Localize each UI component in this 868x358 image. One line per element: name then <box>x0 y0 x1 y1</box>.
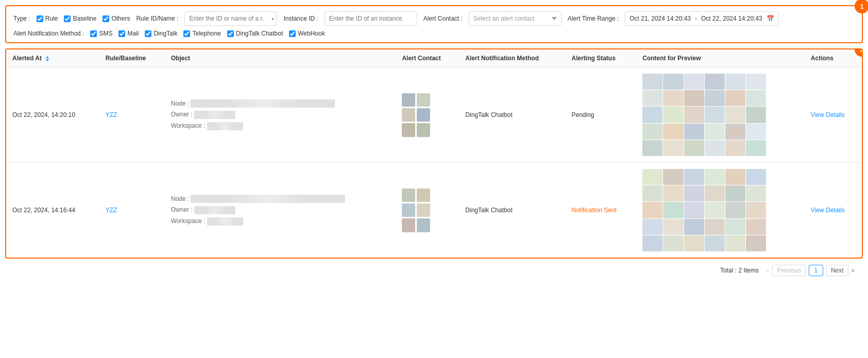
checkbox-others-group[interactable]: Others <box>103 15 130 22</box>
instance-id-input[interactable] <box>325 11 417 26</box>
dingtalk-label: DingTalk <box>154 30 177 37</box>
mosaic-cell <box>684 140 704 156</box>
checkbox-rule[interactable] <box>37 15 43 22</box>
checkbox-dingtalk-chatbot-group[interactable]: DingTalk Chatbot <box>227 30 283 37</box>
alert-contact-select[interactable]: Select an alert contact <box>469 11 561 26</box>
avatar-block <box>417 108 430 122</box>
calendar-icon: 📅 <box>767 15 774 22</box>
object-workspace-1: Workspace : <box>171 121 390 132</box>
checkbox-webhook-group[interactable]: WebHook <box>289 30 325 37</box>
avatar-block <box>402 108 415 122</box>
pagination-total: Total : 2 Items <box>720 267 759 274</box>
next-icon[interactable]: > <box>852 267 855 274</box>
mosaic-cell <box>746 219 766 235</box>
checkbox-dingtalk-chatbot[interactable] <box>227 30 234 37</box>
date-separator: - <box>695 15 697 22</box>
object-details-1: Node : Owner : Workspace : <box>171 98 390 132</box>
mosaic-cell <box>642 107 662 123</box>
checkbox-telephone-group[interactable]: Telephone <box>183 30 220 37</box>
date-start: Oct 21, 2024 14:20:43 <box>629 15 691 22</box>
mosaic-cell <box>642 202 662 218</box>
avatar-block <box>402 218 415 232</box>
mosaic-cell <box>663 219 683 235</box>
mosaic-cell <box>642 124 662 140</box>
mosaic-cell <box>705 169 725 185</box>
cell-contact-2 <box>396 163 459 258</box>
avatar-block <box>402 123 415 137</box>
cell-object-2: Node : Owner : Workspace : <box>165 163 396 258</box>
rule-link-1[interactable]: YZZ <box>106 111 117 118</box>
next-button[interactable]: Next <box>826 265 848 276</box>
mosaic-cell <box>725 74 745 90</box>
avatar-block <box>417 218 430 232</box>
mosaic-cell <box>725 107 745 123</box>
page-1-button[interactable]: 1 <box>809 265 823 276</box>
checkbox-dingtalk-group[interactable]: DingTalk <box>145 30 177 37</box>
mosaic-cell <box>663 140 683 156</box>
mosaic-cell <box>746 169 766 185</box>
mosaic-cell <box>725 140 745 156</box>
table-row: Oct 22, 2024, 14:20:10 YZZ Node : Owner … <box>6 67 862 163</box>
cell-alerted-at-2: Oct 22, 2024, 14:16:44 <box>6 163 99 258</box>
checkbox-rule-group[interactable]: Rule <box>37 15 58 22</box>
others-label: Others <box>111 15 130 22</box>
mosaic-cell <box>725 124 745 140</box>
checkbox-dingtalk[interactable] <box>145 30 151 37</box>
rule-link-2[interactable]: YZZ <box>106 207 117 214</box>
node-value-blurred-1 <box>191 99 335 108</box>
cell-actions-2: View Details <box>805 163 862 258</box>
rule-id-input[interactable] <box>184 11 277 26</box>
table-section: 2 Alerted At Rule/Baseline Object Alert … <box>5 48 863 259</box>
mosaic-cell <box>684 74 704 90</box>
checkbox-telephone[interactable] <box>183 30 190 37</box>
prev-button[interactable]: Previous <box>772 265 806 276</box>
sort-icon-alerted-at[interactable] <box>45 56 49 61</box>
mosaic-cell <box>725 202 745 218</box>
mosaic-cell <box>705 107 725 123</box>
checkbox-mail-group[interactable]: Mail <box>118 30 139 37</box>
cell-object-1: Node : Owner : Workspace : <box>165 67 396 163</box>
avatar-block <box>417 123 430 137</box>
cell-preview-2 <box>636 163 805 258</box>
mosaic-cell <box>642 90 662 106</box>
mosaic-cell <box>684 124 704 140</box>
mosaic-cell <box>684 219 704 235</box>
mosaic-cell <box>642 235 662 251</box>
checkbox-sms-group[interactable]: SMS <box>90 30 112 37</box>
cell-alerted-at-1: Oct 22, 2024, 14:20:10 <box>6 67 99 163</box>
owner-value-blurred-2 <box>194 206 235 214</box>
mosaic-cell <box>663 235 683 251</box>
checkbox-others[interactable] <box>103 15 109 22</box>
node-value-blurred-2 <box>191 195 345 203</box>
date-range-picker[interactable]: Oct 21, 2024 14:20:43 - Oct 22, 2024 14:… <box>625 11 779 26</box>
mosaic-cell <box>684 107 704 123</box>
table-header-row: Alerted At Rule/Baseline Object Alert Co… <box>6 49 862 67</box>
mosaic-cell <box>663 124 683 140</box>
object-node-1: Node : <box>171 98 390 110</box>
mosaic-cell <box>684 90 704 106</box>
time-range-label: Alert Time Range : <box>568 15 619 22</box>
object-owner-1: Owner : <box>171 109 390 121</box>
checkbox-baseline[interactable] <box>64 15 71 22</box>
cell-status-1: Pending <box>566 67 637 163</box>
col-notification-method: Alert Notification Method <box>459 49 565 67</box>
pagination-bar: Total : 2 Items < Previous 1 Next > <box>5 259 863 282</box>
type-label: Type : <box>13 15 30 22</box>
mosaic-cell <box>746 202 766 218</box>
mosaic-cell <box>705 74 725 90</box>
status-badge-2: Notification Sent <box>572 207 617 214</box>
checkbox-mail[interactable] <box>118 30 125 37</box>
mosaic-cell <box>705 202 725 218</box>
cell-preview-1 <box>636 67 805 163</box>
avatar-block <box>417 189 430 202</box>
view-details-link-2[interactable]: View Details <box>811 207 845 214</box>
mosaic-cell <box>746 140 766 156</box>
view-details-link-1[interactable]: View Details <box>811 111 845 118</box>
checkbox-webhook[interactable] <box>289 30 296 37</box>
workspace-value-blurred-1 <box>207 122 243 130</box>
mosaic-cell <box>642 169 662 185</box>
checkbox-baseline-group[interactable]: Baseline <box>64 15 96 22</box>
checkbox-sms[interactable] <box>90 30 97 37</box>
dingtalk-chatbot-label: DingTalk Chatbot <box>236 30 283 37</box>
preview-mosaic-2 <box>642 169 766 251</box>
